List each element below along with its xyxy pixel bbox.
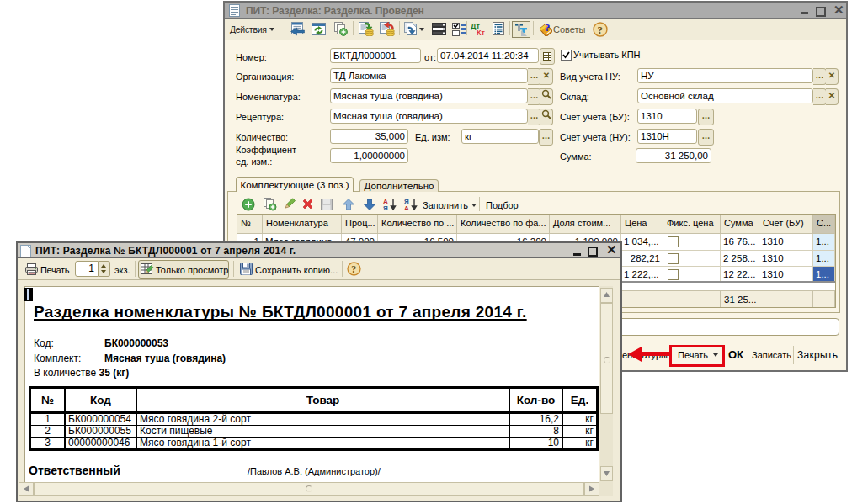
svg-text:Кт: Кт bbox=[477, 29, 485, 36]
svg-text:?: ? bbox=[598, 24, 604, 36]
svg-text:А: А bbox=[404, 204, 409, 211]
svg-text:Я: Я bbox=[383, 204, 388, 211]
svg-text:?: ? bbox=[351, 263, 356, 275]
svg-text:?: ? bbox=[545, 22, 551, 34]
